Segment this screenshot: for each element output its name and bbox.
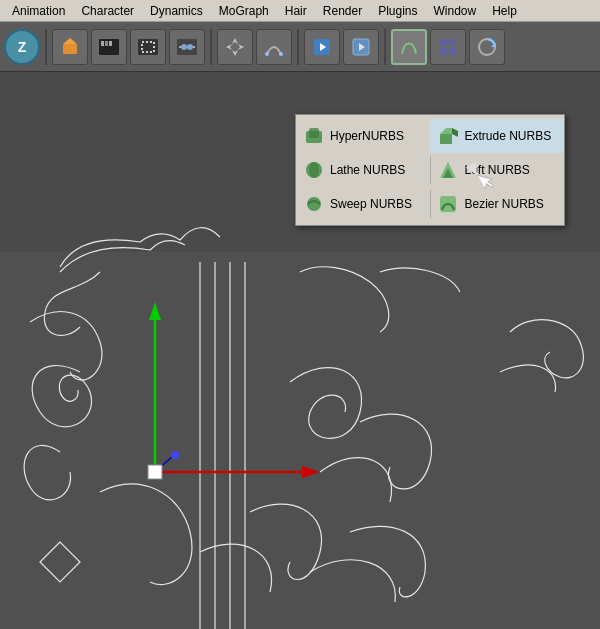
extrude-nurbs-item[interactable]: Extrude NURBS: [430, 119, 564, 153]
motion-button[interactable]: [169, 29, 205, 65]
svg-point-10: [181, 44, 187, 50]
svg-point-54: [171, 451, 179, 459]
svg-marker-58: [440, 128, 452, 134]
toolbar-separator: [45, 29, 47, 65]
menu-help[interactable]: Help: [484, 2, 525, 20]
undo-redo-button[interactable]: Z: [4, 29, 40, 65]
bezier-nurbs-item[interactable]: Bezier NURBS: [430, 187, 564, 221]
viewport: HyperNURBS Extrude NURBS Lathe NURBS: [0, 72, 600, 629]
grid-button[interactable]: [430, 29, 466, 65]
menubar: Animation Character Dynamics MoGraph Hai…: [0, 0, 600, 22]
spline-button[interactable]: [391, 29, 427, 65]
toolbar-separator-4: [384, 29, 386, 65]
menu-character[interactable]: Character: [73, 2, 142, 20]
svg-rect-20: [440, 39, 447, 46]
lathe-nurbs-icon: [304, 160, 324, 180]
rotate-button[interactable]: [469, 29, 505, 65]
nurbs-dropdown-menu: HyperNURBS Extrude NURBS Lathe NURBS: [295, 114, 565, 226]
svg-rect-21: [449, 39, 456, 46]
svg-rect-57: [440, 134, 452, 144]
hypernurbs-icon: [304, 126, 324, 146]
bezier-nurbs-icon: [438, 194, 458, 214]
svg-marker-13: [226, 44, 244, 50]
menu-render[interactable]: Render: [315, 2, 370, 20]
move-tool-button[interactable]: [217, 29, 253, 65]
render-region-button[interactable]: [130, 29, 166, 65]
toolbar: Z: [0, 22, 600, 72]
svg-rect-5: [109, 41, 112, 46]
svg-marker-59: [452, 128, 458, 137]
svg-rect-4: [105, 41, 108, 46]
hypernurbs-item[interactable]: HyperNURBS: [296, 119, 430, 153]
sweep-nurbs-icon: [304, 194, 324, 214]
svg-rect-22: [440, 48, 447, 55]
svg-point-14: [265, 52, 269, 56]
menu-window[interactable]: Window: [426, 2, 485, 20]
dropdown-row-3: Sweep NURBS Bezier NURBS: [296, 187, 564, 221]
svg-marker-12: [232, 38, 238, 56]
lathe-nurbs-item[interactable]: Lathe NURBS: [296, 153, 430, 187]
svg-rect-23: [449, 48, 456, 55]
arc-tool-button[interactable]: [256, 29, 292, 65]
svg-point-11: [187, 44, 193, 50]
render-button[interactable]: [304, 29, 340, 65]
render-active-button[interactable]: [343, 29, 379, 65]
dropdown-row-2: Lathe NURBS Loft NURBS: [296, 153, 564, 187]
object-button[interactable]: [52, 29, 88, 65]
svg-rect-53: [148, 465, 162, 479]
extrude-nurbs-icon: [438, 126, 458, 146]
svg-rect-0: [63, 44, 77, 54]
menu-plugins[interactable]: Plugins: [370, 2, 425, 20]
menu-mograph[interactable]: MoGraph: [211, 2, 277, 20]
svg-point-15: [279, 52, 283, 56]
toolbar-separator-2: [210, 29, 212, 65]
svg-rect-3: [101, 41, 104, 46]
dropdown-row-1: HyperNURBS Extrude NURBS: [296, 119, 564, 153]
menu-animation[interactable]: Animation: [4, 2, 73, 20]
svg-rect-56: [309, 128, 319, 138]
sweep-nurbs-item[interactable]: Sweep NURBS: [296, 187, 430, 221]
toolbar-separator-3: [297, 29, 299, 65]
loft-nurbs-icon: [438, 160, 458, 180]
svg-marker-1: [63, 38, 77, 44]
menu-hair[interactable]: Hair: [277, 2, 315, 20]
timeline-button[interactable]: [91, 29, 127, 65]
svg-point-61: [309, 162, 319, 178]
menu-dynamics[interactable]: Dynamics: [142, 2, 211, 20]
